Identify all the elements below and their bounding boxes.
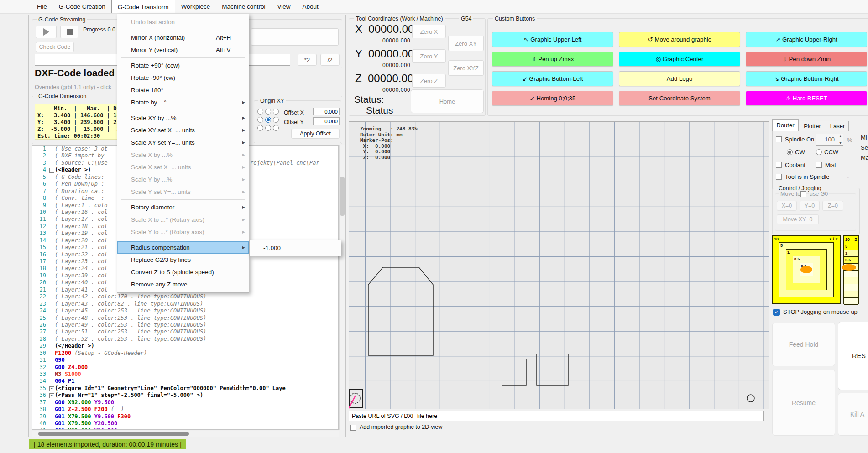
custom-button--hard-reset[interactable]: ⚠ Hard RESET	[746, 91, 867, 106]
x0-button[interactable]: X=0	[777, 201, 797, 211]
menu-item-scale-y-by-[interactable]: Scale Y by ...%▶	[117, 173, 249, 186]
zero-y-button[interactable]: Zero Y	[412, 49, 446, 63]
code-line-38[interactable]: 38G01 Z-2.500 F200 ( )	[32, 406, 338, 413]
custom-button-set-coordinate-system[interactable]: Set Coordinate System	[619, 91, 740, 106]
code-line-33[interactable]: 33M3 S1000	[32, 371, 338, 378]
custom-button--pen-down-zmin[interactable]: ⇩ Pen down Zmin	[746, 52, 867, 67]
code-line-27[interactable]: 27( Layer:51 . color:253 . line type:CON…	[32, 328, 338, 335]
origin-position-radio-3[interactable]	[257, 117, 263, 123]
origin-position-radio-7[interactable]	[265, 125, 271, 131]
code-line-22[interactable]: 22( Layer:42 . color:170 . line type:CON…	[32, 293, 338, 300]
ccw-radio[interactable]	[816, 149, 822, 155]
custom-button--graphic-bottom-right[interactable]: ↘ Graphic Bottom-Right	[746, 71, 867, 86]
tab-laser[interactable]: Laser	[826, 121, 849, 131]
fold-collapse-icon[interactable]: −	[48, 167, 55, 173]
menu-item-scale-y-to-rotary-axis-[interactable]: Scale Y to ...° (Rotary axis)▶	[117, 226, 249, 238]
menu-item-scale-x-by-[interactable]: Scale X by ...%▶	[117, 149, 249, 161]
fold-collapse-icon[interactable]: −	[48, 392, 55, 399]
menu-item-scale-xy-by-[interactable]: Scale XY by ...%▶	[117, 112, 249, 124]
editor-horizontal-scroll-thumb[interactable]	[38, 432, 189, 436]
origin-position-radio-2[interactable]	[273, 109, 279, 115]
check-code-button[interactable]: Check Code	[36, 42, 74, 52]
apply-offset-button[interactable]: Apply Offset	[291, 129, 340, 139]
spindle-on-checkbox[interactable]	[776, 136, 782, 142]
jog-z-step-1[interactable]: 1	[844, 250, 858, 257]
zero-x-button[interactable]: Zero X	[412, 25, 446, 38]
menu-item-rotary-diameter[interactable]: Rotary diameter▶	[117, 201, 249, 213]
code-line-24[interactable]: 24( Layer:45 . color:253 . line type:CON…	[32, 307, 338, 314]
menubar-item-machine-control[interactable]: Machine control	[216, 0, 271, 13]
spindle-speed-spinner[interactable]: 100 ▲ ▼	[816, 134, 843, 146]
custom-button--graphic-bottom-left[interactable]: ↙ Graphic Bottom-Left	[492, 71, 613, 86]
menu-item-scale-xy-set-x-units[interactable]: Scale XY set X=... units▶	[117, 124, 249, 136]
stop-button[interactable]	[60, 26, 78, 38]
origin-position-radio-6[interactable]	[257, 125, 263, 131]
menu-item-radius-compensation[interactable]: Radius compensation▶	[117, 241, 249, 254]
code-line-36[interactable]: 36−(<Pass Nr="1" step="-2.500" final="-5…	[32, 392, 338, 399]
play-button[interactable]	[36, 26, 57, 38]
menubar-item-workpiece[interactable]: Workpiece	[175, 0, 216, 13]
menu-item-scale-y-set-y-units[interactable]: Scale Y set Y=... units▶	[117, 186, 249, 198]
code-line-23[interactable]: 23( Layer:43 . color:82 . line type:CONT…	[32, 301, 338, 307]
y0-button[interactable]: Y=0	[800, 201, 820, 211]
offset-x-input[interactable]	[313, 108, 340, 115]
feed-hold-button[interactable]: Feed Hold	[772, 323, 835, 366]
jog-z-step[interactable]	[844, 277, 858, 284]
code-line-25[interactable]: 25( Layer:48 . color:253 . line type:CON…	[32, 315, 338, 322]
origin-position-radio-1[interactable]	[265, 109, 271, 115]
add-graphic-checkbox[interactable]	[350, 425, 356, 431]
use-g0-checkbox[interactable]	[800, 191, 806, 197]
div2-button[interactable]: /2	[320, 54, 340, 66]
menubar-item-about[interactable]: About	[297, 0, 324, 13]
jog-z-step[interactable]	[844, 284, 858, 291]
jog-z-cursor[interactable]	[842, 264, 856, 271]
move-xy0-button[interactable]: Move XY=0	[777, 214, 819, 224]
coolant-checkbox[interactable]	[776, 162, 782, 168]
menu-item-convert-z-to-s-spindle-speed-[interactable]: Convert Z to S (spindle speed)	[117, 266, 249, 278]
zero-xyz-button[interactable]: Zero XYZ	[448, 60, 484, 76]
zero-z-button[interactable]: Zero Z	[412, 74, 446, 88]
jog-z-step[interactable]	[844, 291, 858, 298]
spinner-up-icon[interactable]: ▲	[839, 135, 842, 138]
fold-collapse-icon[interactable]: −	[48, 385, 55, 392]
menubar-item-file[interactable]: File	[31, 0, 53, 13]
menu-item-scale-x-set-x-units[interactable]: Scale X set X=... units▶	[117, 161, 249, 173]
resume-button[interactable]: Resume	[772, 370, 835, 436]
menu-item-rotate-90-ccw-[interactable]: Rotate +90° (ccw)	[117, 59, 249, 72]
code-line-31[interactable]: 31G90	[32, 357, 338, 364]
menu-item-replace-g2-3-by-lines[interactable]: Replace G2/3 by lines	[117, 254, 249, 266]
custom-button--graphic-center[interactable]: ◎ Graphic Center	[619, 52, 740, 67]
code-line-39[interactable]: 39G01 X79.500 Y9.500 F300	[32, 413, 338, 420]
tab-plotter[interactable]: Plotter	[799, 121, 826, 131]
code-line-34[interactable]: 34G04 P1	[32, 378, 338, 385]
menu-item-remove-any-z-move[interactable]: Remove any Z move	[117, 278, 249, 291]
jog-z-step-0.5[interactable]: 0.5	[844, 257, 858, 264]
code-line-37[interactable]: 37G00 X92.000 Y9.500	[32, 399, 338, 406]
spinner-down-icon[interactable]: ▼	[839, 141, 842, 145]
menu-item-scale-xy-set-y-units[interactable]: Scale XY set Y=... units▶	[117, 136, 249, 149]
code-line-29[interactable]: 29(</Header >)	[32, 343, 338, 349]
origin-position-radio-8[interactable]	[273, 125, 279, 131]
editor-vertical-scroll-thumb[interactable]	[340, 177, 345, 216]
offset-y-input[interactable]	[313, 117, 340, 125]
jog-z-step[interactable]	[844, 298, 858, 305]
menu-item-scale-x-to-rotary-axis-[interactable]: Scale X to ...° (Rotary axis)▶	[117, 213, 249, 226]
cw-radio[interactable]	[787, 149, 793, 155]
origin-position-radio-5[interactable]	[273, 117, 279, 123]
menu-item-mirror-x-horizontal-[interactable]: Mirror X (horizontal)Alt+H	[117, 31, 249, 44]
custom-button-add-logo[interactable]: Add Logo	[619, 71, 740, 86]
2d-view-canvas[interactable]: Zooming : 248.83% Ruler Unit: mm Marker-…	[349, 121, 769, 409]
times2-button[interactable]: *2	[298, 54, 317, 66]
menubar-item-view[interactable]: View	[271, 0, 296, 13]
code-line-40[interactable]: 40G01 X79.500 Y20.500	[32, 420, 338, 427]
menu-item-undo-last-action[interactable]: Undo last action	[117, 16, 249, 28]
jog-z-step-0.1[interactable]: 0.1	[844, 264, 858, 271]
z0-button[interactable]: Z=0	[822, 201, 843, 211]
jog-xy-cursor[interactable]	[800, 266, 812, 273]
stop-jogging-checkbox[interactable]: ✓	[773, 309, 780, 316]
code-line-32[interactable]: 32G00 Z4.000	[32, 364, 338, 371]
menu-item-mirror-y-vertical-[interactable]: Mirror Y (vertical)Alt+V	[117, 44, 249, 56]
custom-button--graphic-upper-left[interactable]: ↖ Graphic Upper-Left	[492, 32, 613, 47]
submenu-item-value[interactable]: -1.000	[250, 241, 341, 255]
origin-position-radio-0[interactable]	[257, 109, 263, 115]
